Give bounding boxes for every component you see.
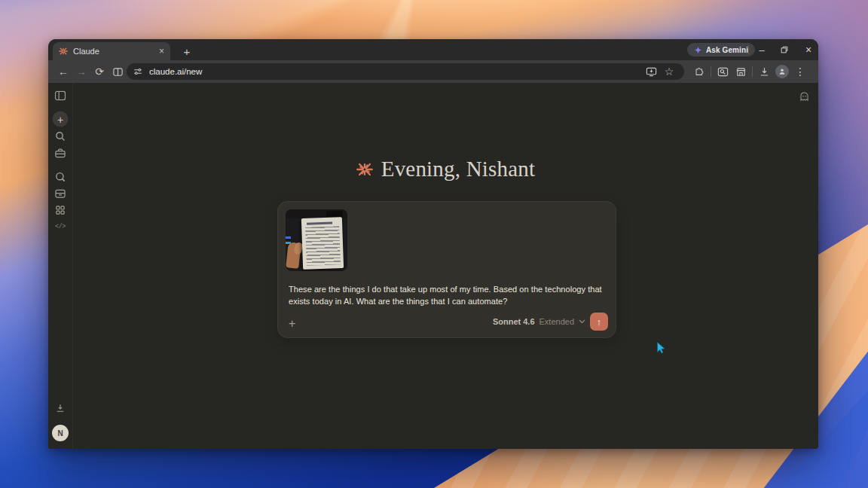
- claude-main: Evening, Nishant: [73, 83, 818, 449]
- model-selector-row: Sonnet 4.6 Extended ↑: [493, 313, 608, 331]
- download-app-button[interactable]: [55, 403, 66, 413]
- artifacts-button[interactable]: [55, 189, 66, 199]
- extensions-puzzle-icon: [694, 66, 704, 77]
- minimize-button[interactable]: –: [752, 39, 772, 60]
- extensions-button[interactable]: [690, 63, 708, 81]
- search-button[interactable]: [55, 131, 66, 142]
- browser-window: Claude × + Ask Gemini –: [48, 39, 818, 449]
- close-window-button[interactable]: ×: [799, 39, 818, 60]
- back-button[interactable]: ←: [54, 63, 72, 81]
- incognito-ghost-button[interactable]: [799, 91, 809, 105]
- gemini-spark-icon: [694, 46, 702, 54]
- toolbar-divider: [711, 66, 711, 77]
- composer-card[interactable]: These are the things I do that take up m…: [277, 201, 616, 338]
- lens-search-button[interactable]: [714, 63, 732, 81]
- attach-button[interactable]: +: [289, 318, 295, 330]
- address-bar[interactable]: claude.ai/new ☆: [127, 63, 684, 80]
- apps-grid-icon: [56, 206, 66, 215]
- ghost-icon: [799, 92, 809, 102]
- photo-glint: [286, 236, 291, 239]
- new-chat-button[interactable]: +: [53, 111, 69, 127]
- toolbar-divider-2: [752, 66, 753, 77]
- bookmark-star-button[interactable]: ☆: [660, 63, 678, 81]
- reading-mode-button[interactable]: [108, 63, 127, 81]
- photo-dark-object: [326, 211, 343, 217]
- toolbar-right-icons: ⋮: [690, 63, 809, 81]
- tab-close-icon[interactable]: ×: [159, 47, 164, 56]
- claude-sidebar: +: [48, 83, 73, 449]
- greeting: Evening, Nishant: [73, 157, 818, 181]
- search-icon: [55, 131, 66, 142]
- tab-title: Claude: [73, 47, 154, 56]
- url-text[interactable]: claude.ai/new: [149, 67, 642, 76]
- storefront-icon: [735, 66, 747, 78]
- chat-bubble-icon: [55, 172, 66, 182]
- reading-mode-icon: [112, 66, 124, 78]
- tab-claude[interactable]: Claude ×: [53, 42, 170, 60]
- tabstrip-divider: [748, 45, 749, 54]
- prompt-input-text[interactable]: These are the things I do that take up m…: [289, 284, 613, 307]
- greeting-text: Evening, Nishant: [381, 157, 536, 181]
- download-app-icon: [55, 403, 66, 413]
- screen-download-icon: [646, 66, 657, 78]
- desktop: Claude × + Ask Gemini –: [0, 0, 868, 488]
- model-mode[interactable]: Extended: [539, 317, 574, 326]
- photo-handwriting-lines: [305, 226, 341, 266]
- photo-notebook-page: [301, 217, 344, 270]
- model-name[interactable]: Sonnet 4.6: [493, 317, 535, 326]
- sidebar-toggle-button[interactable]: [55, 91, 66, 101]
- save-to-device-button[interactable]: [642, 63, 660, 81]
- restore-button[interactable]: [775, 39, 794, 60]
- restore-icon: [780, 45, 789, 54]
- claude-code-button[interactable]: </>: [55, 223, 66, 230]
- new-tab-button[interactable]: +: [178, 42, 196, 60]
- attachment-thumbnail[interactable]: [286, 209, 347, 271]
- ask-gemini-label: Ask Gemini: [706, 46, 748, 54]
- photo-handwriting-heading: [307, 222, 332, 225]
- send-button[interactable]: ↑: [590, 313, 608, 331]
- user-avatar[interactable]: N: [52, 425, 69, 441]
- reload-button[interactable]: ⟳: [90, 63, 108, 81]
- lens-search-icon: [717, 66, 729, 78]
- browser-profile-avatar[interactable]: [775, 65, 789, 78]
- cursor-arrow-icon: [657, 342, 665, 354]
- claude-page: +: [48, 83, 818, 449]
- sidebar-panel-icon: [55, 91, 66, 101]
- downloads-button[interactable]: [755, 63, 773, 81]
- browser-toolbar: ← → ⟳ claude.ai/new: [48, 60, 818, 83]
- site-settings-icon[interactable]: [133, 66, 143, 77]
- claude-logo-icon: [356, 161, 373, 178]
- projects-button[interactable]: [55, 148, 66, 158]
- ask-gemini-button[interactable]: Ask Gemini: [687, 43, 755, 56]
- web-store-button[interactable]: [732, 63, 750, 81]
- browser-menu-button[interactable]: ⋮: [791, 63, 809, 81]
- mouse-cursor: [657, 342, 665, 357]
- download-icon: [759, 66, 770, 78]
- archive-box-icon: [55, 189, 66, 199]
- toolbox-icon: [55, 148, 66, 158]
- forward-button[interactable]: →: [72, 63, 90, 81]
- apps-button[interactable]: [56, 206, 66, 215]
- tab-strip: Claude × + Ask Gemini –: [48, 39, 818, 60]
- chats-button[interactable]: [55, 172, 66, 182]
- person-icon: [778, 67, 787, 76]
- claude-favicon-icon: [59, 47, 68, 56]
- chevron-down-icon[interactable]: [579, 319, 585, 324]
